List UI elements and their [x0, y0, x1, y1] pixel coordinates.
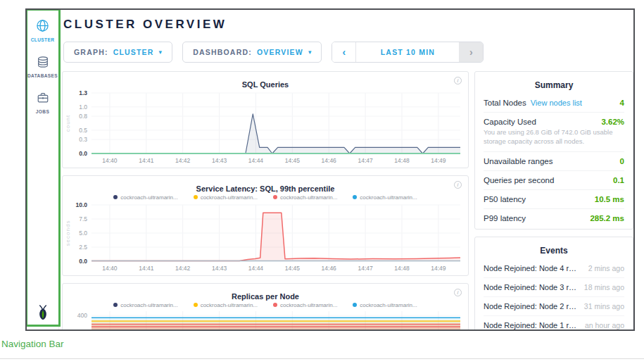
view-nodes-link[interactable]: View nodes list: [531, 99, 582, 107]
legend-item[interactable]: cockroach-ultramarin...: [353, 301, 417, 308]
svg-text:14:49: 14:49: [431, 265, 446, 272]
chart-title: Replicas per Node: [232, 292, 299, 301]
events-rows: Node Rejoined: Node 4 rej...2 mins agoNo…: [484, 259, 624, 331]
summary-value: 4: [620, 99, 624, 107]
event-row[interactable]: Node Rejoined: Node 1 rej...an hour ago: [484, 316, 624, 331]
legend-item[interactable]: cockroach-ultramarin...: [273, 301, 337, 308]
legend-label: cockroach-ultramarin...: [360, 194, 417, 201]
svg-text:14:41: 14:41: [139, 157, 154, 164]
summary-panel: Summary Total NodesView nodes list4Capac…: [474, 71, 633, 230]
summary-row-main: P50 latency10.5 ms: [484, 190, 624, 208]
dashboard-dropdown-label: DASHBOARD:: [193, 48, 252, 56]
sidebar-item-databases[interactable]: DATABASES: [27, 56, 58, 78]
chart-panel-service-latency: Service Latency: SQL, 99th percentile co…: [62, 175, 469, 276]
svg-text:14:43: 14:43: [212, 157, 227, 164]
legend-label: cockroach-ultramarin...: [201, 194, 258, 201]
info-icon[interactable]: [454, 77, 462, 84]
charts-column: SQL Queries 14:4014:4114:4214:4314:4414:…: [62, 71, 469, 331]
event-row[interactable]: Node Rejoined: Node 4 rej...2 mins ago: [484, 259, 624, 278]
database-icon: [37, 56, 49, 71]
chart-panel-sql-queries: SQL Queries 14:4014:4114:4214:4314:4414:…: [62, 71, 469, 168]
legend-item[interactable]: cockroach-ultramarin...: [113, 194, 177, 201]
svg-text:14:42: 14:42: [175, 265, 191, 272]
summary-value: 10.5 ms: [595, 195, 624, 203]
summary-row: Unavailable ranges0: [484, 151, 624, 170]
summary-row: P99 latency285.2 ms: [484, 208, 624, 227]
legend-dot-icon: [194, 195, 198, 199]
app-window: CLUSTER DATABASES: [25, 8, 635, 331]
dashboard-dropdown[interactable]: DASHBOARD: OVERVIEW ▾: [182, 42, 322, 63]
side-column: Summary Total NodesView nodes list4Capac…: [474, 71, 633, 331]
svg-text:14:44: 14:44: [248, 157, 264, 164]
legend-label: cockroach-ultramarin...: [280, 194, 337, 201]
legend-dot-icon: [273, 195, 277, 199]
event-row[interactable]: Node Rejoined: Node 3 rej...18 mins ago: [484, 278, 624, 297]
svg-text:seconds: seconds: [65, 220, 71, 246]
time-prev-button[interactable]: ‹: [332, 42, 356, 62]
time-next-button[interactable]: ›: [459, 42, 483, 62]
event-row[interactable]: Node Rejoined: Node 2 rej...31 mins ago: [484, 297, 624, 316]
svg-text:14:48: 14:48: [394, 265, 410, 272]
svg-text:14:47: 14:47: [358, 157, 373, 164]
page: CLUSTER DATABASES: [0, 0, 644, 364]
svg-text:400: 400: [77, 312, 87, 319]
summary-row: Total NodesView nodes list4: [484, 94, 624, 112]
summary-row: Queries per second0.1: [484, 170, 624, 189]
legend-item[interactable]: cockroach-ultramarin...: [194, 301, 258, 308]
svg-text:14:40: 14:40: [102, 157, 118, 164]
summary-value: 0.1: [613, 176, 624, 184]
time-range-label[interactable]: LAST 10 MIN: [356, 42, 459, 62]
summary-label: Capacity Used: [484, 118, 536, 126]
legend-label: cockroach-ultramarin...: [280, 302, 337, 308]
chart-legend: cockroach-ultramarin...cockroach-ultrama…: [63, 301, 467, 308]
summary-note: You are using 26.8 GiB of 742.0 GiB usab…: [484, 128, 624, 151]
svg-text:14:47: 14:47: [358, 265, 373, 272]
info-icon[interactable]: [454, 289, 462, 296]
legend-item[interactable]: cockroach-ultramarin...: [113, 301, 177, 308]
chart-legend: cockroach-ultramarin...cockroach-ultrama…: [63, 194, 467, 201]
svg-text:14:40: 14:40: [102, 265, 118, 272]
event-time: 18 mins ago: [584, 283, 624, 291]
legend-label: cockroach-ultramarin...: [120, 302, 177, 308]
summary-row: P50 latency10.5 ms: [484, 189, 624, 208]
legend-dot-icon: [113, 303, 118, 307]
chart-plot: 14:4014:4114:4214:4314:4414:4514:4614:47…: [63, 308, 467, 331]
legend-item[interactable]: cockroach-ultramarin...: [353, 194, 417, 201]
graph-dropdown[interactable]: GRAPH: CLUSTER ▾: [63, 42, 172, 63]
svg-text:10.0: 10.0: [75, 201, 87, 208]
legend-dot-icon: [113, 195, 118, 199]
svg-text:0.5: 0.5: [79, 127, 87, 134]
cockroachdb-logo[interactable]: [34, 303, 51, 324]
svg-text:14:45: 14:45: [285, 265, 301, 272]
main-content: CLUSTER OVERVIEW GRAPH: CLUSTER ▾ DASHBO…: [59, 10, 633, 330]
briefcase-icon: [37, 92, 49, 107]
legend-item[interactable]: cockroach-ultramarin...: [194, 194, 258, 201]
info-icon[interactable]: [454, 181, 462, 189]
sidebar-item-cluster[interactable]: CLUSTER: [31, 19, 55, 42]
summary-label: P50 latency: [484, 195, 526, 203]
svg-text:1.3: 1.3: [79, 89, 87, 96]
events-title: Events: [484, 243, 624, 259]
chart-panel-replicas-per-node: Replicas per Node cockroach-ultramarin..…: [62, 283, 469, 331]
summary-value: 285.2 ms: [590, 214, 624, 222]
summary-row-main: Unavailable ranges0: [484, 152, 624, 170]
legend-dot-icon: [273, 303, 277, 307]
event-text: Node Rejoined: Node 2 rej...: [484, 302, 581, 310]
event-time: 2 mins ago: [588, 264, 624, 272]
sidebar-item-jobs[interactable]: JOBS: [36, 92, 49, 114]
svg-text:0.0: 0.0: [79, 150, 87, 157]
page-title: CLUSTER OVERVIEW: [63, 18, 633, 32]
sidebar-item-label: JOBS: [36, 109, 49, 114]
svg-text:7.5: 7.5: [79, 215, 87, 222]
summary-row-main: P99 latency285.2 ms: [484, 209, 624, 227]
summary-value: 0: [620, 157, 624, 165]
controls-bar: GRAPH: CLUSTER ▾ DASHBOARD: OVERVIEW ▾ ‹…: [63, 42, 633, 63]
legend-dot-icon: [353, 303, 357, 307]
svg-text:0.3: 0.3: [79, 136, 87, 143]
summary-label: Queries per second: [484, 176, 554, 184]
svg-text:14:42: 14:42: [175, 157, 191, 164]
chart-title: SQL Queries: [242, 80, 289, 89]
svg-text:14:45: 14:45: [285, 157, 301, 164]
chart-title: Service Latency: SQL, 99th percentile: [196, 184, 335, 193]
legend-item[interactable]: cockroach-ultramarin...: [273, 194, 337, 201]
